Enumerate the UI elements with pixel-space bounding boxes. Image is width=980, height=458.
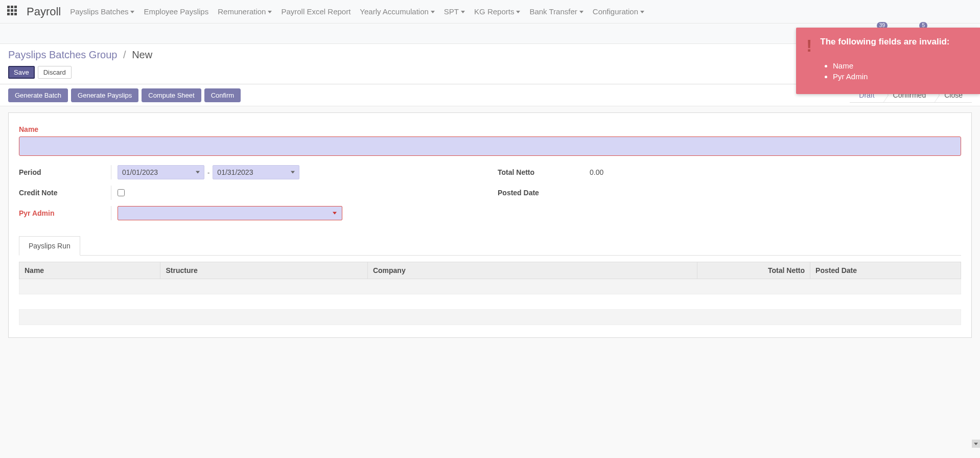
period-label: Period (19, 168, 111, 176)
period-separator: - (207, 169, 209, 176)
menu-spt[interactable]: SPT (444, 7, 465, 16)
generate-payslips-button[interactable]: Generate Payslips (71, 88, 138, 102)
breadcrumb-current: New (132, 49, 152, 60)
chevron-down-icon (579, 11, 584, 13)
menu-payslips-batches[interactable]: Payslips Batches (70, 7, 134, 16)
menu-remuneration[interactable]: Remuneration (218, 7, 272, 16)
chevron-down-icon (461, 11, 465, 13)
col-name[interactable]: Name (19, 262, 160, 279)
menu-yearly-accumulation[interactable]: Yearly Accumulation (360, 7, 435, 16)
period-to-input[interactable]: 01/31/2023 (213, 165, 299, 179)
credit-note-label: Credit Note (19, 189, 111, 197)
save-button[interactable]: Save (8, 66, 35, 79)
generate-batch-button[interactable]: Generate Batch (8, 88, 68, 102)
chevron-down-icon (130, 11, 134, 13)
confirm-button[interactable]: Confirm (204, 88, 241, 102)
chevron-down-icon (431, 11, 435, 13)
name-input[interactable] (19, 136, 961, 156)
discard-button[interactable]: Discard (38, 66, 72, 79)
main-menu: Payslips Batches Employee Payslips Remun… (70, 7, 644, 16)
compute-sheet-button[interactable]: Compute Sheet (142, 88, 201, 102)
chevron-down-icon (640, 11, 644, 13)
menu-bank-transfer[interactable]: Bank Transfer (529, 7, 583, 16)
chevron-down-icon (516, 11, 520, 13)
notification-field-list: Name Pyr Admin (833, 61, 970, 81)
top-navbar: Payroll Payslips Batches Employee Paysli… (0, 0, 980, 24)
menu-configuration[interactable]: Configuration (593, 7, 644, 16)
apps-icon[interactable] (7, 6, 19, 18)
table-spacer (19, 294, 961, 310)
period-from-input[interactable]: 01/01/2023 (118, 165, 204, 179)
breadcrumb-parent[interactable]: Payslips Batches Group (8, 49, 117, 60)
notification-title: The following fields are invalid: (820, 37, 949, 47)
credit-note-checkbox[interactable] (118, 189, 125, 196)
col-total-netto[interactable]: Total Netto (697, 262, 810, 279)
menu-employee-payslips[interactable]: Employee Payslips (144, 7, 208, 16)
form-left-column: Period 01/01/2023 - 01/31/2023 Credit No… (19, 165, 482, 226)
chevron-down-icon (268, 11, 272, 13)
invalid-field-item: Pyr Admin (833, 72, 970, 81)
menu-payroll-excel-report[interactable]: Payroll Excel Report (281, 7, 351, 16)
form-sheet: Name Period 01/01/2023 - 01/31/2023 Cred… (8, 112, 972, 338)
name-label: Name (19, 125, 961, 133)
validation-error-toast: ! The following fields are invalid: Name… (796, 28, 980, 94)
form-area: Name Period 01/01/2023 - 01/31/2023 Cred… (0, 106, 980, 344)
col-posted-date[interactable]: Posted Date (810, 262, 961, 279)
menu-kg-reports[interactable]: KG Reports (474, 7, 520, 16)
pyr-admin-label: Pyr Admin (19, 209, 111, 217)
table-row[interactable] (19, 279, 961, 294)
breadcrumb-separator: / (123, 49, 126, 60)
col-structure[interactable]: Structure (160, 262, 367, 279)
pyr-admin-input[interactable] (118, 206, 342, 220)
posted-date-label: Posted Date (498, 189, 590, 197)
notebook-tabs: Payslips Run (19, 236, 961, 256)
col-company[interactable]: Company (367, 262, 697, 279)
total-netto-value: 0.00 (590, 168, 603, 176)
tab-payslips-run[interactable]: Payslips Run (19, 236, 80, 256)
total-netto-label: Total Netto (498, 168, 590, 176)
payslips-run-table: Name Structure Company Total Netto Poste… (19, 262, 961, 325)
form-right-column: Total Netto 0.00 Posted Date (498, 165, 961, 226)
brand-title: Payroll (27, 5, 61, 18)
table-row[interactable] (19, 310, 961, 325)
exclamation-icon: ! (806, 37, 812, 54)
invalid-field-item: Name (833, 61, 970, 70)
